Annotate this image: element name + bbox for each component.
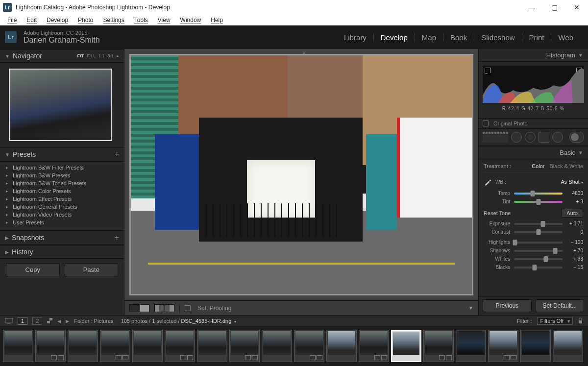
copy-settings-button[interactable]: Copy bbox=[6, 263, 60, 276]
filmstrip-thumbnail[interactable] bbox=[488, 330, 518, 362]
filmstrip-thumbnail[interactable] bbox=[262, 330, 292, 362]
filter-lock-icon[interactable] bbox=[578, 317, 583, 324]
menu-tools[interactable]: Tools bbox=[130, 16, 152, 24]
loupe-view-alt-button[interactable] bbox=[140, 304, 149, 312]
paste-settings-button[interactable]: Paste bbox=[65, 263, 119, 276]
menu-view[interactable]: View bbox=[153, 16, 175, 24]
module-tab-print[interactable]: Print bbox=[522, 33, 551, 42]
window-maximize-button[interactable]: ▢ bbox=[543, 0, 565, 15]
menu-file[interactable]: File bbox=[3, 16, 21, 24]
original-photo-checkbox[interactable] bbox=[483, 121, 489, 126]
whites-slider[interactable] bbox=[514, 258, 563, 260]
auto-tone-button[interactable]: Auto bbox=[561, 209, 583, 218]
filmstrip-thumbnail[interactable] bbox=[3, 330, 33, 362]
menu-window[interactable]: Window bbox=[176, 16, 206, 24]
snapshots-panel-header[interactable]: ▶ Snapshots + bbox=[0, 230, 124, 245]
basic-panel-header[interactable]: Basic ▼ bbox=[479, 146, 588, 159]
filmstrip-thumbnail[interactable] bbox=[165, 330, 195, 362]
menu-develop[interactable]: Develop bbox=[42, 16, 73, 24]
highlights-value[interactable]: – 100 bbox=[563, 240, 583, 245]
previous-settings-button[interactable]: Previous bbox=[483, 299, 532, 312]
preset-folder[interactable]: Lightroom General Presets bbox=[3, 203, 121, 211]
reset-tone-label[interactable]: Reset Tone bbox=[484, 210, 511, 216]
filmstrip-thumbnail[interactable] bbox=[197, 330, 227, 362]
navigator-preview[interactable] bbox=[0, 63, 124, 147]
shadows-value[interactable]: + 70 bbox=[563, 248, 583, 253]
before-after-split-button[interactable] bbox=[165, 304, 174, 312]
filmstrip-thumbnail[interactable] bbox=[326, 330, 357, 362]
filmstrip-thumbnail[interactable] bbox=[294, 330, 324, 362]
histogram-panel-header[interactable]: Histogram ▼ bbox=[479, 49, 588, 62]
spot-removal-button[interactable] bbox=[511, 132, 522, 143]
highlights-slider[interactable] bbox=[514, 242, 563, 244]
nav-back-button[interactable]: ◂ bbox=[57, 317, 61, 325]
shadows-slider[interactable] bbox=[514, 250, 563, 252]
navigator-zoom-fit[interactable]: FIT bbox=[77, 53, 84, 58]
white-balance-eyedropper-icon[interactable] bbox=[484, 177, 492, 186]
tint-slider[interactable] bbox=[514, 201, 563, 203]
histogram-display[interactable]: ▲ ▲ bbox=[483, 66, 584, 103]
history-panel-header[interactable]: ▶ History bbox=[0, 245, 124, 259]
treatment-color[interactable]: Color bbox=[532, 163, 544, 169]
presets-panel-header[interactable]: ▼ Presets + bbox=[0, 147, 124, 162]
filmstrip-thumbnail[interactable] bbox=[132, 330, 163, 362]
toolbar-options-dropdown[interactable]: ▼ bbox=[468, 305, 473, 311]
radial-filter-button[interactable] bbox=[552, 132, 563, 143]
navigator-panel-header[interactable]: ▼ Navigator FITFILL1:13:1 ▸ bbox=[0, 49, 124, 63]
menu-edit[interactable]: Edit bbox=[22, 16, 41, 24]
grid-view-1-button[interactable]: 1 bbox=[18, 317, 27, 325]
navigator-zoom-fill[interactable]: FILL bbox=[87, 53, 96, 58]
window-minimize-button[interactable]: — bbox=[520, 0, 543, 15]
exposure-slider[interactable] bbox=[514, 223, 563, 225]
module-tab-web[interactable]: Web bbox=[551, 33, 580, 42]
before-after-yy-button[interactable] bbox=[154, 304, 164, 312]
crop-tool-button[interactable] bbox=[483, 132, 508, 143]
filmstrip-thumbnail[interactable] bbox=[423, 330, 454, 362]
grid-view-2-button[interactable]: 2 bbox=[32, 317, 42, 325]
filmstrip-thumbnail[interactable] bbox=[229, 330, 260, 362]
module-tab-library[interactable]: Library bbox=[337, 33, 373, 42]
add-preset-button[interactable]: + bbox=[115, 150, 119, 159]
module-tab-slideshow[interactable]: Slideshow bbox=[474, 33, 521, 42]
filmstrip-thumbnail[interactable] bbox=[68, 330, 98, 362]
navigator-zoom-3-1[interactable]: 3:1 bbox=[107, 53, 114, 58]
whites-value[interactable]: + 33 bbox=[563, 256, 583, 262]
preset-folder[interactable]: Lightroom Video Presets bbox=[3, 211, 121, 219]
filter-preset-dropdown[interactable]: Filters Off bbox=[537, 317, 573, 325]
temp-slider[interactable] bbox=[514, 193, 563, 195]
main-photo-canvas[interactable] bbox=[129, 54, 473, 295]
preset-folder[interactable]: User Presets bbox=[3, 219, 121, 226]
graduated-filter-button[interactable] bbox=[539, 132, 549, 143]
preset-folder[interactable]: Lightroom B&W Presets bbox=[3, 171, 121, 179]
contrast-slider[interactable] bbox=[514, 231, 563, 233]
temp-value[interactable]: 4800 bbox=[563, 191, 583, 196]
filmstrip-thumbnail[interactable] bbox=[391, 330, 421, 362]
module-tab-book[interactable]: Book bbox=[443, 33, 474, 42]
preset-folder[interactable]: Lightroom B&W Toned Presets bbox=[3, 179, 121, 187]
add-snapshot-button[interactable]: + bbox=[115, 233, 119, 242]
preset-folder[interactable]: Lightroom Effect Presets bbox=[3, 195, 121, 203]
tint-value[interactable]: + 3 bbox=[563, 199, 583, 204]
navigator-zoom-1-1[interactable]: 1:1 bbox=[98, 53, 105, 58]
module-tab-develop[interactable]: Develop bbox=[373, 33, 415, 42]
source-path-label[interactable]: Folder : Pictures 105 photos / 1 selecte… bbox=[74, 318, 236, 324]
module-tab-map[interactable]: Map bbox=[415, 33, 443, 42]
filmstrip-thumbnail[interactable] bbox=[553, 330, 583, 362]
contrast-value[interactable]: 0 bbox=[563, 229, 583, 235]
blacks-value[interactable]: – 15 bbox=[563, 265, 583, 270]
preset-folder[interactable]: Lightroom Color Presets bbox=[3, 187, 121, 195]
filmstrip-thumbnail[interactable] bbox=[456, 330, 486, 362]
secondary-display-icon[interactable] bbox=[5, 317, 13, 324]
menu-help[interactable]: Help bbox=[206, 16, 227, 24]
wb-preset-dropdown[interactable]: As Shot ▾ bbox=[561, 179, 583, 185]
preset-folder[interactable]: Lightroom B&W Filter Presets bbox=[3, 164, 121, 171]
redeye-tool-button[interactable] bbox=[525, 132, 536, 143]
filmstrip-thumbnail[interactable] bbox=[520, 330, 551, 362]
exposure-value[interactable]: + 0.71 bbox=[563, 221, 583, 226]
menu-settings[interactable]: Settings bbox=[98, 16, 128, 24]
filmstrip-thumbnail[interactable] bbox=[100, 330, 130, 362]
set-default-button[interactable]: Set Default... bbox=[536, 299, 585, 312]
loupe-view-button[interactable] bbox=[129, 304, 139, 312]
soft-proofing-checkbox[interactable] bbox=[185, 305, 191, 311]
grid-layout-icon[interactable] bbox=[47, 318, 52, 323]
